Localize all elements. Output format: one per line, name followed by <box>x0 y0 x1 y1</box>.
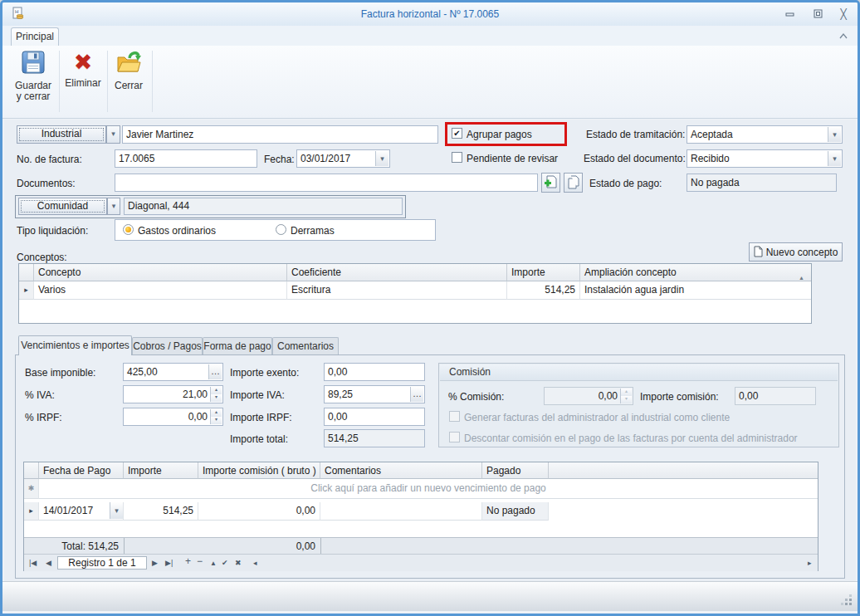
nuevo-concepto-button[interactable]: Nuevo concepto <box>749 242 843 262</box>
nav-next-button[interactable]: ▶ <box>152 557 158 570</box>
provider-type-dropdown-button[interactable]: ▾ <box>106 125 120 144</box>
minimize-button[interactable] <box>779 7 800 20</box>
importe-exento-field[interactable]: 0,00 <box>324 363 425 381</box>
header-importe[interactable]: Importe <box>124 462 198 479</box>
chevron-down-icon[interactable]: ▾ <box>110 502 123 519</box>
ellipsis-button[interactable]: … <box>410 387 423 402</box>
estado-pago-label: Estado de pago: <box>589 178 662 189</box>
pct-iva-field[interactable]: 21,00 ▴▾ <box>123 385 223 403</box>
provider-type-label: Industrial <box>17 126 105 142</box>
resize-grip[interactable] <box>849 603 852 605</box>
tab-comentarios[interactable]: Comentarios <box>272 337 339 355</box>
pct-irpf-label: % IRPF: <box>25 412 62 423</box>
nav-prev-button[interactable]: ◀ <box>46 557 51 570</box>
nav-cancel-button[interactable]: ✖ <box>235 557 242 570</box>
spinner[interactable]: ▴▾ <box>210 387 222 402</box>
chevron-down-icon[interactable]: ▾ <box>375 151 388 166</box>
pendiente-revisar-checkbox[interactable] <box>452 152 462 163</box>
nav-edit-button[interactable]: ▲ <box>210 557 217 570</box>
client-name-field[interactable]: Diagonal, 444 <box>124 198 403 215</box>
spinner[interactable]: ▴▾ <box>210 409 222 424</box>
nav-last-button[interactable]: ▶| <box>165 557 173 570</box>
importe-comision-label: Importe comisión: <box>640 391 719 403</box>
header-importe-comision[interactable]: Importe comisión ( bruto ) <box>198 462 320 479</box>
estado-documento-combo[interactable]: Recibido ▾ <box>687 149 843 168</box>
nav-first-button[interactable]: |◀ <box>29 557 37 570</box>
header-pagado[interactable]: Pagado <box>482 462 549 479</box>
copy-document-button[interactable] <box>564 173 583 193</box>
new-row-hint[interactable]: Click aquí para añadir un nuevo vencimie… <box>39 479 818 499</box>
agrupar-pagos-checkbox[interactable]: ✔ <box>452 128 462 139</box>
ellipsis-button[interactable]: … <box>208 364 222 379</box>
provider-name-value: Javier Martinez <box>126 129 193 140</box>
add-document-icon <box>544 181 558 193</box>
record-counter: Registro 1 de 1 <box>57 556 147 570</box>
client-type-button[interactable]: Comunidad <box>18 198 107 215</box>
spinner-up-icon[interactable]: ▴ <box>211 387 222 394</box>
cell-importe-comision[interactable]: 0,00 <box>198 502 320 521</box>
estado-tramitacion-label: Estado de tramitación: <box>586 129 685 140</box>
client-type-label: Comunidad <box>19 198 106 213</box>
cell-importe[interactable]: 514,25 <box>507 281 580 300</box>
chevron-down-icon[interactable]: ▾ <box>828 127 841 142</box>
fecha-label: Fecha: <box>264 154 295 165</box>
cell-importe[interactable]: 514,25 <box>124 502 198 521</box>
documentos-field[interactable] <box>115 174 538 192</box>
num-factura-value: 17.0065 <box>119 153 154 164</box>
importe-irpf-field[interactable]: 0,00 <box>324 408 425 426</box>
nav-confirm-button[interactable]: ✔ <box>222 557 228 570</box>
importe-iva-field[interactable]: 89,25 … <box>324 385 425 403</box>
header-fecha-pago[interactable]: Fecha de Pago <box>39 462 124 479</box>
chevron-down-icon: ▾ <box>112 202 116 210</box>
num-factura-field[interactable]: 17.0065 <box>115 149 257 168</box>
hscroll-right-arrow[interactable]: ▸ <box>808 557 812 570</box>
header-coeficiente[interactable]: Coeficiente <box>287 264 507 281</box>
nav-delete-button[interactable]: − <box>197 555 203 568</box>
conceptos-grid: Concepto Coeficiente Importe Ampliación … <box>18 263 812 324</box>
restore-button[interactable] <box>807 7 828 20</box>
header-importe[interactable]: Importe <box>507 264 580 281</box>
cell-ampliacion[interactable]: Instalación agua jardin <box>580 281 811 300</box>
client-type-dropdown-button[interactable]: ▾ <box>107 198 120 215</box>
cell-coeficiente[interactable]: Escritura <box>287 281 507 300</box>
cell-pagado[interactable]: No pagado <box>482 502 549 521</box>
cell-concepto[interactable]: Varios <box>34 281 287 300</box>
divider <box>124 538 125 555</box>
header-ampliacion[interactable]: Ampliación concepto ▲ <box>580 264 811 281</box>
tab-forma-pago[interactable]: Forma de pago <box>203 337 272 355</box>
delete-button[interactable]: ✖ Eliminar <box>62 49 104 115</box>
fecha-combo[interactable]: 03/01/2017 ▾ <box>296 149 390 168</box>
tab-vencimientos[interactable]: Vencimientos e importes <box>18 335 132 355</box>
collapse-ribbon-icon[interactable] <box>838 31 849 42</box>
gastos-ordinarios-radio[interactable] <box>123 224 134 235</box>
derramas-radio[interactable] <box>276 224 286 235</box>
chevron-down-icon[interactable]: ▾ <box>828 151 841 166</box>
save-icon <box>20 66 46 78</box>
header-concepto[interactable]: Concepto <box>34 264 287 281</box>
tab-principal[interactable]: Principal <box>11 27 59 46</box>
provider-name-field[interactable]: Javier Martinez <box>122 125 438 144</box>
nav-add-button[interactable]: + <box>185 555 191 568</box>
add-document-button[interactable] <box>541 173 560 193</box>
base-imponible-field[interactable]: 425,00 … <box>123 363 223 381</box>
close-button[interactable]: ╳ <box>833 7 854 20</box>
spinner-up-icon[interactable]: ▴ <box>211 409 222 417</box>
pct-irpf-field[interactable]: 0,00 ▴▾ <box>123 408 223 426</box>
header-comentarios[interactable]: Comentarios <box>320 462 482 479</box>
save-close-label-line1: Guardar <box>15 80 51 91</box>
cell-comentarios[interactable] <box>320 502 482 521</box>
spinner-down-icon[interactable]: ▾ <box>211 417 222 424</box>
estado-tramitacion-combo[interactable]: Aceptada ▾ <box>687 125 843 144</box>
provider-type-button[interactable]: Industrial <box>17 125 106 144</box>
cell-fecha-pago[interactable]: 14/01/2017 ▾ <box>39 502 124 521</box>
spinner-down-icon[interactable]: ▾ <box>211 394 222 402</box>
total-importe: Total: 514,25 <box>39 540 124 552</box>
estado-pago-field: No pagada <box>687 174 837 192</box>
conceptos-label: Conceptos: <box>17 252 67 263</box>
close-window-button[interactable]: Cerrar <box>110 49 148 115</box>
save-close-button[interactable]: Guardar y cerrar <box>11 49 56 115</box>
pct-comision-field: 0,00 ▴▾ <box>544 387 633 405</box>
tab-cobros-pagos[interactable]: Cobros / Pagos <box>132 337 203 355</box>
hscroll-left-arrow[interactable]: ◂ <box>253 557 257 570</box>
close-folder-icon <box>115 66 142 78</box>
